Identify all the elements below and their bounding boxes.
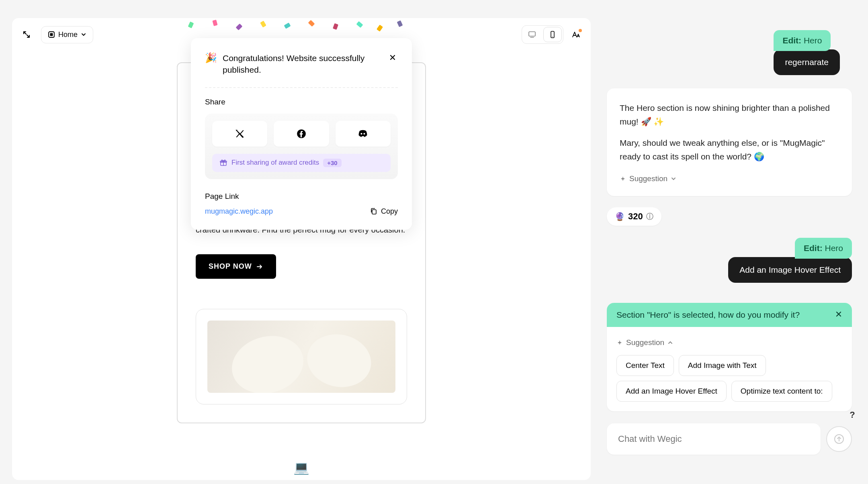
copy-icon [370, 207, 378, 215]
shop-now-button[interactable]: SHOP NOW [196, 254, 276, 279]
suggestion-chip-center-text[interactable]: Center Text [616, 355, 674, 376]
suggestion-chip-add-image-text[interactable]: Add Image with Text [679, 355, 766, 376]
x-twitter-icon [235, 129, 245, 139]
suggestion-chip-optimize-text[interactable]: Optimize text content to: [731, 381, 832, 402]
arrow-up-icon [834, 434, 844, 444]
selection-text: Section "Hero" is selected, how do you m… [616, 310, 800, 320]
chevron-down-icon [671, 176, 676, 182]
edit-tag-2: Edit: Hero [795, 238, 852, 259]
chat-input[interactable] [607, 423, 821, 455]
info-icon: ⓘ [646, 212, 653, 221]
sparkle-icon [616, 339, 623, 346]
user-action-1: regernarate [774, 49, 840, 75]
viewport-toggle [522, 25, 563, 44]
expand-icon[interactable] [20, 28, 33, 41]
chat-message-user-1: Edit: Hero regernarate [774, 30, 840, 75]
home-label: Home [58, 31, 78, 39]
page-link-url[interactable]: mugmagic.wegic.app [205, 207, 273, 216]
award-text: First sharing of award credits [231, 159, 319, 167]
close-button[interactable] [387, 52, 398, 65]
assistant-text-2: Mary, should we tweak anything else, or … [620, 136, 839, 163]
chevron-up-icon [667, 340, 673, 345]
party-icon: 🎉 [205, 52, 217, 63]
award-banner: First sharing of award credits +30 [212, 154, 391, 172]
copy-button[interactable]: Copy [370, 207, 398, 216]
send-button[interactable] [826, 426, 852, 452]
suggestion-box: Suggestion Center Text Add Image with Te… [607, 327, 852, 411]
laptop-icon[interactable]: 💻 [293, 460, 309, 475]
share-facebook-button[interactable] [274, 121, 329, 147]
cta-label: SHOP NOW [209, 262, 252, 271]
suggestion-label: Suggestion [629, 174, 667, 183]
chat-panel: Edit: Hero regernarate The Hero section … [599, 6, 864, 484]
home-button[interactable]: Home [41, 26, 93, 43]
hero-image [207, 321, 395, 393]
svg-point-7 [364, 133, 365, 135]
credits-badge[interactable]: 🔮 320 ⓘ [607, 207, 661, 226]
award-badge: +30 [323, 159, 341, 167]
chevron-down-icon [81, 32, 86, 37]
copy-label: Copy [381, 207, 398, 216]
canvas-area: Home [12, 18, 591, 480]
mobile-viewport-button[interactable] [543, 27, 562, 42]
chat-message-user-2: Edit: Hero Add an Image Hover Effect [607, 238, 852, 283]
svg-rect-1 [50, 33, 53, 36]
arrow-right-icon [256, 263, 263, 270]
share-twitter-button[interactable] [212, 121, 267, 147]
help-button[interactable]: ? [845, 408, 859, 422]
suggestion-toggle[interactable]: Suggestion [620, 174, 839, 183]
gift-icon [219, 159, 227, 167]
share-modal: 🎉 Congratulations! Website successfully … [191, 38, 412, 230]
svg-rect-10 [372, 210, 376, 214]
suggestion-chip-hover-effect[interactable]: Add an Image Hover Effect [616, 381, 727, 402]
svg-point-6 [361, 133, 362, 135]
sparkle-icon [620, 176, 626, 182]
selection-banner: Section "Hero" is selected, how do you m… [607, 303, 852, 327]
svg-rect-2 [529, 32, 535, 36]
discord-icon [357, 128, 368, 139]
credits-value: 320 [628, 211, 643, 222]
facebook-icon [296, 129, 307, 139]
page-link-label: Page Link [205, 192, 398, 201]
assistant-message: The Hero section is now shining brighter… [607, 88, 852, 196]
share-discord-button[interactable] [336, 121, 391, 147]
assistant-text-1: The Hero section is now shining brighter… [620, 101, 839, 128]
font-settings-icon[interactable] [568, 27, 583, 42]
share-label: Share [205, 98, 398, 106]
user-action-2: Add an Image Hover Effect [728, 257, 852, 283]
desktop-viewport-button[interactable] [522, 26, 542, 43]
modal-title: Congratulations! Website successfully pu… [223, 52, 382, 76]
svg-point-4 [552, 37, 553, 37]
suggestion-toggle-2[interactable]: Suggestion [616, 337, 842, 349]
hero-image-card [196, 309, 407, 404]
notification-dot [579, 29, 582, 32]
edit-tag-1: Edit: Hero [774, 30, 831, 51]
suggestion-label-2: Suggestion [626, 338, 664, 347]
close-selection-button[interactable] [835, 310, 842, 320]
